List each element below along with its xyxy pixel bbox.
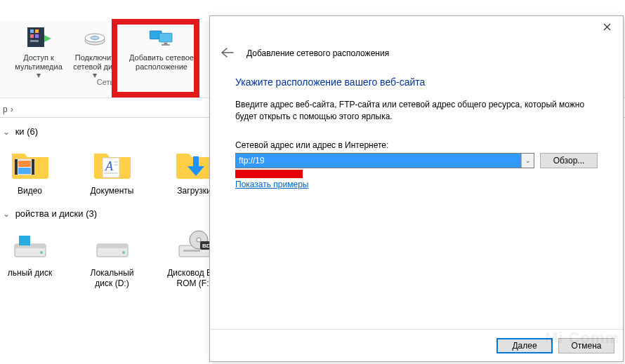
svg-rect-12 [159, 33, 172, 42]
dialog-body: Укажите расположение вашего веб-сайта Вв… [210, 69, 623, 329]
ribbon-map-drive-button[interactable]: Подключитсетевой дис ▾ [67, 21, 123, 81]
address-field-label: Сетевой адрес или адрес в Интернете: [235, 140, 598, 150]
item-label: Локальный диск (D:) [82, 268, 142, 288]
annotation-redaction [235, 170, 303, 178]
ribbon-add-network-location-button[interactable]: Добавить сетевоерасположение [123, 21, 200, 81]
chevron-down-icon: ⌄ [0, 127, 13, 137]
svg-rect-3 [30, 34, 34, 38]
close-button[interactable] [591, 16, 623, 37]
svg-rect-15 [162, 44, 170, 46]
drive-icon [81, 24, 109, 52]
svg-rect-29 [19, 233, 30, 236]
svg-rect-14 [164, 43, 167, 45]
svg-rect-17 [15, 159, 18, 175]
ribbon-group-label: Сеть [97, 78, 114, 96]
folder-videos[interactable]: Видео [0, 144, 60, 196]
svg-rect-35 [183, 250, 200, 252]
dialog-title: Добавление сетевого расположения [246, 48, 389, 58]
svg-rect-18 [32, 159, 34, 175]
svg-rect-32 [97, 244, 128, 248]
back-button[interactable] [218, 43, 241, 64]
chevron-right-icon: › [8, 105, 16, 114]
browse-button[interactable]: Обзор... [540, 153, 598, 168]
network-address-combo[interactable]: ⌄ [235, 153, 534, 168]
svg-text:A: A [105, 159, 114, 173]
ribbon-media-access-button[interactable]: Доступ кмультимедиа ▾ [11, 21, 67, 81]
drive-icon [93, 226, 132, 265]
folder-documents[interactable]: A Документы [82, 144, 142, 196]
cancel-button[interactable]: Отмена [558, 338, 614, 353]
item-label: льный диск [8, 268, 53, 278]
svg-rect-5 [30, 40, 39, 42]
item-label: Документы [91, 186, 134, 196]
svg-point-33 [122, 251, 125, 254]
drive-local-d[interactable]: Локальный диск (D:) [82, 226, 142, 288]
drive-local-c[interactable]: льный диск [0, 226, 60, 288]
monitors-network-icon [147, 24, 176, 52]
ribbon-label: Подключитсетевой дис ▾ [71, 53, 119, 80]
add-network-location-dialog: Добавление сетевого расположения Укажите… [209, 15, 624, 362]
dropdown-icon: ▾ [34, 70, 44, 80]
optical-drive-icon: BD [175, 226, 214, 265]
dialog-header: Добавление сетевого расположения [210, 37, 623, 69]
breadcrumb-segment: р [3, 105, 8, 114]
arrow-left-icon [221, 48, 234, 58]
drive-icon [11, 226, 50, 265]
network-address-input[interactable] [236, 154, 521, 168]
svg-point-30 [40, 251, 43, 254]
next-button[interactable]: Далее [496, 338, 553, 353]
svg-marker-6 [44, 35, 51, 42]
folder-videos-icon [11, 144, 50, 183]
close-icon [603, 23, 611, 31]
svg-rect-2 [35, 29, 39, 33]
ribbon-label: Доступ кмультимедиа ▾ [15, 53, 63, 80]
dialog-heading: Укажите расположение вашего веб-сайта [235, 76, 598, 88]
dropdown-button[interactable]: ⌄ [521, 154, 534, 168]
ribbon-label: Добавить сетевоерасположение [129, 53, 194, 71]
svg-point-9 [91, 36, 99, 40]
chevron-down-icon: ⌄ [525, 157, 531, 164]
dialog-description: Введите адрес веб-сайта, FTP-сайта или с… [235, 99, 598, 123]
folder-documents-icon: A [93, 144, 132, 183]
svg-rect-4 [35, 34, 39, 38]
dialog-titlebar [210, 16, 623, 37]
dialog-footer: Далее Отмена [210, 329, 623, 361]
svg-point-37 [197, 238, 201, 242]
svg-rect-19 [18, 161, 31, 167]
show-examples-link[interactable]: Показать примеры [235, 180, 308, 189]
folder-downloads-icon [175, 144, 214, 183]
svg-rect-20 [18, 168, 31, 174]
media-icon [25, 24, 53, 52]
svg-rect-1 [30, 29, 34, 33]
chevron-down-icon: ⌄ [0, 209, 13, 219]
item-label: Видео [18, 186, 42, 196]
item-label: Загрузки [177, 186, 211, 196]
